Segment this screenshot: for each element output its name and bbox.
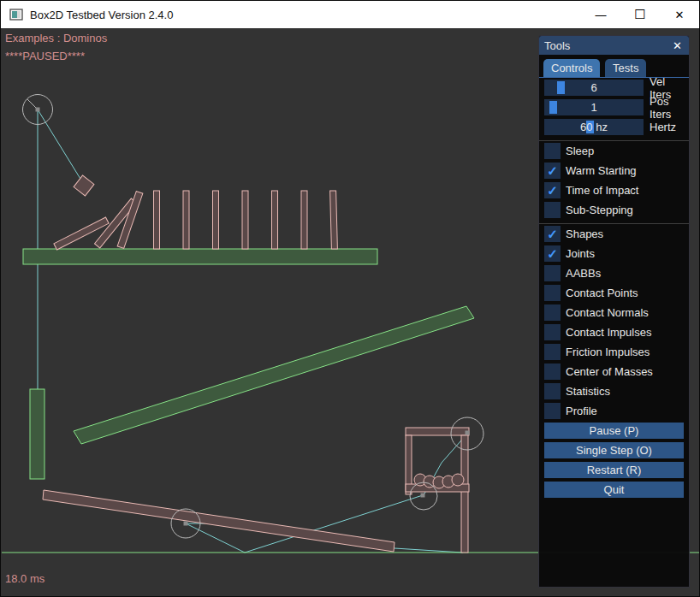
domino [213, 191, 219, 249]
slider-value: 60 hz [544, 119, 644, 135]
pos-iters-slider[interactable]: 1 Pos Iters [544, 99, 684, 115]
hertz-slider[interactable]: 60 hz Hertz [544, 119, 684, 135]
checkbox-group-draw: ✓Shapes✓Joints✓AABBs✓Contact Points✓Cont… [539, 226, 689, 419]
checkbox-box[interactable]: ✓ [544, 403, 561, 419]
checkbox-label: Friction Impulses [566, 346, 650, 358]
checkbox-center-of-masses[interactable]: ✓Center of Masses [544, 364, 684, 380]
domino [242, 191, 248, 249]
checkbox-friction-impulses[interactable]: ✓Friction Impulses [544, 344, 684, 360]
slider-value: 1 [544, 99, 644, 115]
checkbox-box[interactable]: ✓ [544, 285, 561, 301]
vel-iters-slider[interactable]: 6 Vel Iters [544, 80, 684, 96]
tools-panel-title: Tools [544, 39, 671, 52]
single-step-button[interactable]: Single Step (O) [544, 442, 684, 458]
checkbox-aabbs[interactable]: ✓AABBs [544, 265, 684, 281]
panel-close-icon[interactable]: ✕ [671, 39, 684, 52]
tab-controls[interactable]: Controls [543, 59, 600, 77]
action-buttons: Pause (P) Single Step (O) Restart (R) Qu… [544, 423, 684, 498]
checkbox-joints[interactable]: ✓Joints [544, 245, 684, 262]
tools-panel: Tools ✕ Controls Tests 6 Vel Iters 1 Pos… [538, 35, 690, 588]
checkbox-box[interactable]: ✓ [544, 163, 561, 179]
checkbox-shapes[interactable]: ✓Shapes [544, 226, 684, 242]
checkbox-box[interactable]: ✓ [544, 364, 561, 380]
vertical-plank [30, 389, 44, 479]
checkbox-contact-normals[interactable]: ✓Contact Normals [544, 304, 684, 321]
check-icon: ✓ [547, 182, 558, 198]
checkbox-label: Sleep [566, 145, 594, 157]
table-top [406, 428, 469, 435]
swinging-box [74, 175, 94, 196]
example-label: Examples : Dominos [5, 32, 107, 44]
checkbox-sleep[interactable]: ✓Sleep [544, 143, 684, 159]
checkbox-box[interactable]: ✓ [544, 304, 561, 321]
checkbox-label: Warm Starting [566, 164, 637, 177]
slider-track[interactable]: 1 [544, 99, 644, 115]
table-right-leg [461, 435, 468, 553]
ball [452, 474, 464, 486]
checkbox-label: Contact Impulses [566, 326, 651, 339]
checkbox-contact-points[interactable]: ✓Contact Points [544, 285, 684, 301]
check-icon: ✓ [547, 245, 558, 262]
checkbox-warm-starting[interactable]: ✓Warm Starting [544, 163, 684, 179]
checkbox-box[interactable]: ✓ [544, 226, 561, 242]
circle-bodies [23, 95, 484, 539]
slider-track[interactable]: 6 [544, 80, 644, 96]
checkbox-label: Time of Impact [566, 184, 638, 197]
diagonal-ramp [74, 306, 474, 444]
pause-button[interactable]: Pause (P) [544, 423, 684, 439]
domino [330, 191, 338, 249]
domino [301, 191, 307, 249]
checkbox-label: Statistics [566, 385, 610, 398]
tools-panel-titlebar[interactable]: Tools ✕ [539, 36, 689, 55]
quit-button[interactable]: Quit [544, 482, 684, 498]
checkbox-label: Center of Masses [566, 365, 653, 378]
checkbox-label: Joints [566, 247, 595, 260]
checkbox-group-solver: ✓Sleep✓Warm Starting✓Time of Impact✓Sub-… [539, 143, 689, 218]
checkbox-statistics[interactable]: ✓Statistics [544, 383, 684, 399]
checkbox-box[interactable]: ✓ [544, 182, 561, 198]
separator [539, 223, 689, 224]
checkbox-label: Contact Points [566, 287, 638, 299]
slider-value: 6 [544, 80, 644, 96]
checkbox-label: Contact Normals [566, 306, 649, 319]
checkbox-box[interactable]: ✓ [544, 265, 561, 281]
dynamic-bodies [43, 175, 469, 553]
check-icon: ✓ [547, 226, 558, 242]
checkbox-time-of-impact[interactable]: ✓Time of Impact [544, 182, 684, 198]
checkbox-sub-stepping[interactable]: ✓Sub-Stepping [544, 202, 684, 218]
checkbox-contact-impulses[interactable]: ✓Contact Impulses [544, 324, 684, 340]
slider-label: Pos Iters [650, 95, 684, 121]
checkbox-box[interactable]: ✓ [544, 383, 561, 399]
checkbox-label: Sub-Stepping [566, 204, 633, 216]
checkbox-box[interactable]: ✓ [544, 202, 561, 218]
checkbox-label: Shapes [566, 228, 603, 240]
domino [272, 191, 278, 249]
checkbox-box[interactable]: ✓ [544, 143, 561, 159]
frame-time-label: 18.0 ms [5, 572, 44, 585]
domino-shelf [23, 249, 377, 264]
domino [154, 191, 160, 249]
slider-group: 6 Vel Iters 1 Pos Iters 60 hz Hertz [544, 80, 684, 135]
app-window: Box2D Testbed Version 2.4.0 — ☐ ✕ [0, 0, 700, 597]
separator [539, 140, 689, 141]
joint-anchors [36, 108, 470, 526]
restart-button[interactable]: Restart (R) [544, 462, 684, 478]
checkbox-box[interactable]: ✓ [544, 324, 561, 340]
checkbox-box[interactable]: ✓ [544, 344, 561, 360]
checkbox-label: AABBs [566, 267, 601, 280]
checkbox-box[interactable]: ✓ [544, 245, 561, 262]
check-icon: ✓ [547, 163, 558, 179]
paused-label: ****PAUSED**** [5, 50, 85, 62]
slider-label: Hertz [650, 121, 676, 133]
checkbox-profile[interactable]: ✓Profile [544, 403, 684, 419]
tab-tests[interactable]: Tests [605, 59, 646, 77]
checkbox-label: Profile [566, 405, 597, 417]
slider-track[interactable]: 60 hz [544, 119, 644, 135]
domino [183, 191, 189, 249]
